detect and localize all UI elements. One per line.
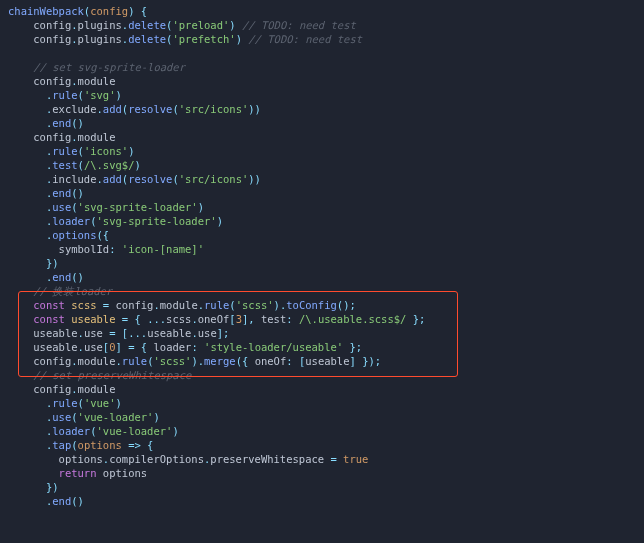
code-line: [8, 508, 644, 522]
code-line: // set svg-sprite-loader: [8, 60, 644, 74]
code-line: .options({: [8, 228, 644, 242]
code-line: options.compilerOptions.preserveWhitespa…: [8, 452, 644, 466]
code-line: config.module: [8, 130, 644, 144]
code-line: }): [8, 256, 644, 270]
code-line: // set preserveWhitespace: [8, 368, 644, 382]
code-line: .loader('vue-loader'): [8, 424, 644, 438]
code-line: .rule('svg'): [8, 88, 644, 102]
code-line: const useable = { ...scss.oneOf[3], test…: [8, 312, 644, 326]
code-line: .include.add(resolve('src/icons')): [8, 172, 644, 186]
code-line: useable.use[0] = { loader: 'style-loader…: [8, 340, 644, 354]
code-line: config.module: [8, 382, 644, 396]
code-line: [8, 46, 644, 60]
code-line: useable.use = [...useable.use];: [8, 326, 644, 340]
code-line: .rule('vue'): [8, 396, 644, 410]
code-line: chainWebpack(config) {: [8, 4, 644, 18]
code-line: .tap(options => {: [8, 438, 644, 452]
code-line: }): [8, 480, 644, 494]
code-line: .end(): [8, 116, 644, 130]
code-line: config.module: [8, 74, 644, 88]
code-line: .use('vue-loader'): [8, 410, 644, 424]
code-line: symbolId: 'icon-[name]': [8, 242, 644, 256]
code-line: .end(): [8, 186, 644, 200]
code-line: .exclude.add(resolve('src/icons')): [8, 102, 644, 116]
code-editor[interactable]: chainWebpack(config) { config.plugins.de…: [0, 0, 644, 543]
code-line: return options: [8, 466, 644, 480]
code-line: .end(): [8, 270, 644, 284]
code-line: .use('svg-sprite-loader'): [8, 200, 644, 214]
code-line: config.module.rule('scss').merge({ oneOf…: [8, 354, 644, 368]
code-line: config.plugins.delete('prefetch') // TOD…: [8, 32, 644, 46]
code-line: .rule('icons'): [8, 144, 644, 158]
code-line: const scss = config.module.rule('scss').…: [8, 298, 644, 312]
code-line: config.plugins.delete('preload') // TODO…: [8, 18, 644, 32]
code-line: .loader('svg-sprite-loader'): [8, 214, 644, 228]
code-line: .test(/\.svg$/): [8, 158, 644, 172]
code-line: .end(): [8, 494, 644, 508]
code-line: // 换装loader: [8, 284, 644, 298]
